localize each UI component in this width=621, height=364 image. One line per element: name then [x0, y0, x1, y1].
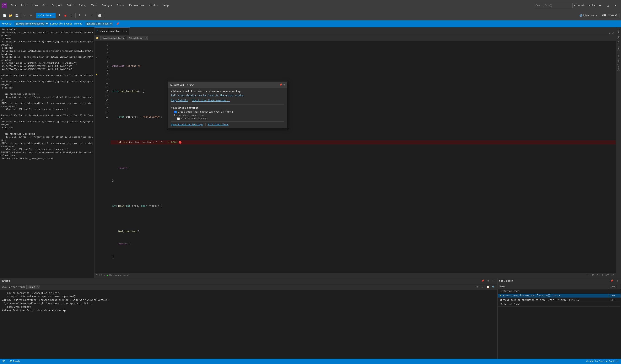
output-search-btn[interactable]: 🔍 [491, 285, 496, 289]
exception-close-btn[interactable]: ✕ [283, 83, 285, 86]
continue-dropdown-icon[interactable]: ▾ [52, 14, 54, 17]
break-label: Break when this exception type is thrown [178, 111, 234, 113]
undo-btn[interactable]: ↩ [22, 13, 28, 18]
call-stack-pin-btn[interactable]: 📌 [609, 279, 614, 283]
line-info: Ln: 18 [587, 274, 594, 277]
minimize-button[interactable]: ─ [596, 1, 604, 9]
menu-edit[interactable]: Edit [19, 3, 29, 8]
collapse-arrow-icon[interactable]: ▼ [171, 107, 172, 109]
thread-select[interactable]: [25156] Main Thread [85, 22, 113, 26]
scope-select[interactable]: (Global Scope) [127, 36, 148, 40]
line-num-15: 15 [103, 102, 108, 106]
process-label: Process: [1, 22, 13, 25]
menu-file[interactable]: File [8, 3, 18, 8]
live-share-session-link[interactable]: Start Live Share session... [192, 99, 230, 102]
menu-view[interactable]: View [30, 3, 40, 8]
close-button[interactable]: ✕ [612, 1, 620, 9]
step-over-btn[interactable]: ⤵ [77, 13, 82, 18]
exception-header: Exception Thrown 📌 ✕ [168, 82, 287, 88]
step-into-btn[interactable]: ⬇ [83, 13, 88, 18]
solution-explorer-tab[interactable]: Solution Explorer [616, 27, 621, 53]
debug-output-panel[interactable]: 64) overlap #0 0x43785b in __asan_wrap_s… [0, 27, 94, 278]
cs-lang-2: C++ [609, 298, 621, 302]
issues-dot-icon: ● [107, 274, 108, 277]
pin-icon[interactable]: 📌 [116, 22, 119, 25]
call-stack-content[interactable]: Name Lang [External Code] ➤ strncat-over… [498, 284, 621, 359]
continue-button[interactable]: ▶ Continue ▾ [36, 13, 55, 18]
window-title: strncat-overlap [574, 4, 596, 7]
output-settings-btn[interactable]: ⚙ [486, 279, 490, 283]
call-stack-close-btn[interactable]: ✕ [615, 279, 620, 283]
exception-pin-btn[interactable]: 📌 [279, 83, 282, 86]
code-content[interactable]: #include <string.h> void bad_function ()… [111, 41, 616, 273]
call-stack-row-1[interactable]: ➤ strncat-overlap.exe!bad_function() Lin… [498, 294, 621, 298]
menu-build[interactable]: Build [65, 3, 76, 8]
menu-analyze[interactable]: Analyze [100, 3, 114, 8]
process-select[interactable]: [37924] strncat-overlap.exe [14, 22, 49, 26]
output-content[interactable]: unwind mechanism, swapcontext or vfork (… [0, 290, 497, 359]
gutter-arrow-8: ➤ [94, 72, 99, 77]
issues-text: No issues found [109, 274, 128, 277]
debug-text: 64) overlap #0 0x43785b in __asan_wrap_s… [1, 28, 94, 160]
edit-conditions-link[interactable]: Edit Conditions [207, 123, 228, 126]
team-explorer-tab[interactable]: Team Explorer [616, 53, 621, 73]
new-file-btn[interactable]: 📄 [1, 13, 7, 18]
output-clear-btn[interactable]: 🗑 [475, 285, 480, 289]
code-line-10: return ; [111, 165, 616, 170]
output-wrap-btn[interactable]: ↵ [480, 285, 485, 289]
call-stack-row-3[interactable]: [External Code] [498, 302, 621, 307]
source-control-icon-area[interactable] [1, 359, 6, 364]
zoom-level[interactable]: 111 % [96, 274, 103, 277]
call-stack-row-0[interactable]: [External Code] [498, 289, 621, 293]
open-btn[interactable]: 📂 [8, 13, 14, 18]
menu-git[interactable]: Git [40, 3, 49, 8]
gutter-collapse-4[interactable]: ▼ [94, 55, 99, 60]
zoom-dropdown[interactable]: ▾ [104, 274, 105, 277]
right-sidebar: Solution Explorer Team Explorer [616, 27, 621, 278]
output-close-btn[interactable]: ✕ [491, 279, 496, 283]
gutter-row-5 [94, 60, 99, 64]
editor-split-btn[interactable]: ⊞ [609, 32, 611, 35]
line-num-16: 16 [103, 106, 108, 111]
code-editor[interactable]: ▼ ➤ 1 2 3 4 5 6 7 8 9 10 11 12 13 1 [94, 41, 616, 273]
call-stack-row-2[interactable]: strncat-overlap.exe!main(int argc, char … [498, 298, 621, 302]
step-out-btn[interactable]: ⬆ [89, 13, 95, 18]
exe-checkbox[interactable] [177, 117, 180, 120]
call-stack-panel: Call Stack 📌 ✕ Name Lang [External Code] [498, 278, 621, 359]
editor-expand-btn[interactable]: ⤢ [612, 32, 614, 35]
output-copy-btn[interactable]: 📋 [486, 285, 490, 289]
search-input[interactable] [534, 3, 573, 8]
copy-details-link[interactable]: Copy Details [171, 99, 188, 102]
pause-btn[interactable]: ⏸ [56, 13, 62, 18]
stop-btn[interactable]: ■ [63, 13, 68, 18]
menu-help[interactable]: Help [161, 3, 171, 8]
lifecycle-label[interactable]: Lifecycle Events [50, 22, 72, 25]
redo-btn[interactable]: ↪ [28, 13, 34, 18]
tab-strncat[interactable]: C strncat-overlap.cc ✕ [94, 27, 130, 35]
tab-close-button[interactable]: ✕ [125, 30, 127, 33]
spc-info: SPC [605, 274, 609, 277]
restart-btn[interactable]: ↺ [69, 13, 74, 18]
menu-extensions[interactable]: Extensions [127, 3, 146, 8]
misc-files-select[interactable]: Miscellaneous Files [100, 36, 125, 40]
menu-project[interactable]: Project [50, 3, 64, 8]
save-btn[interactable]: 💾 [14, 13, 20, 18]
output-pin-btn[interactable]: 📌 [480, 279, 485, 283]
lf-info: LF [612, 274, 614, 277]
menu-window[interactable]: Window [147, 3, 160, 8]
open-exception-settings-link[interactable]: Open Exception Settings [171, 123, 203, 126]
call-stack-header: Call Stack 📌 ✕ [498, 278, 621, 284]
output-source-select[interactable]: Debug [26, 285, 40, 289]
live-share-button[interactable]: Live Share [578, 13, 599, 18]
breakpoint-btn[interactable]: ⬤ [97, 13, 103, 18]
issues-indicator: ● No issues found [107, 274, 129, 277]
int-preview-button[interactable]: INT PREVIEW [600, 13, 620, 18]
menu-debug[interactable]: Debug [77, 3, 88, 8]
break-checkbox[interactable] [174, 111, 177, 113]
window-controls: ─ □ ✕ [596, 1, 620, 9]
live-share-label: Live Share [583, 14, 597, 17]
source-control-btn[interactable]: Add to Source Control [585, 359, 620, 364]
menu-tools[interactable]: Tools [115, 3, 126, 8]
maximize-button[interactable]: □ [604, 1, 612, 9]
menu-test[interactable]: Test [89, 3, 99, 8]
